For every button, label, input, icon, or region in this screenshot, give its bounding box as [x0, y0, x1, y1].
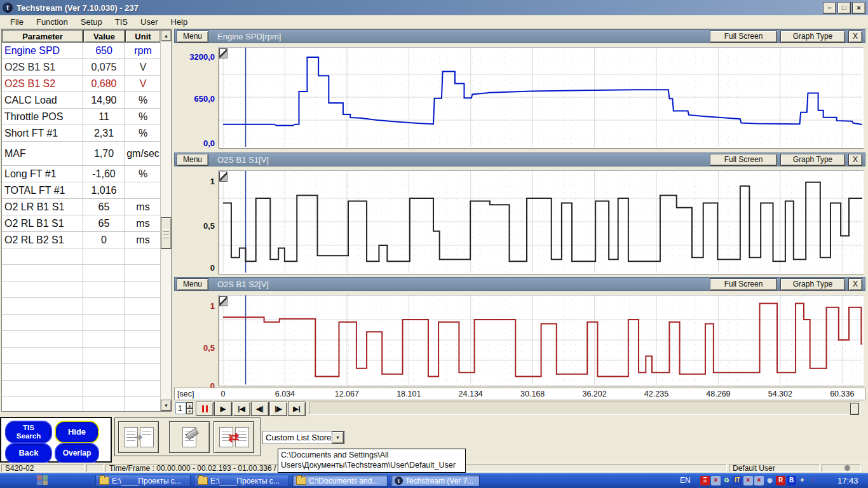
windows-logo-icon[interactable] [37, 475, 48, 485]
skip-end-button[interactable]: ▶| [288, 402, 306, 416]
param-unit-cell [125, 248, 161, 265]
table-row[interactable]: Throttle POS11% [2, 109, 161, 125]
record-list-swap-button[interactable]: ⇄ [214, 421, 254, 453]
param-name-cell: O2 RL B2 S1 [2, 232, 83, 248]
interval-spinner-value[interactable]: 1 [175, 402, 186, 414]
chart3-menu-button[interactable]: Menu [177, 278, 208, 290]
chart1-fullscreen-button[interactable]: Full Screen [710, 30, 777, 43]
chart3-fullscreen-button[interactable]: Full Screen [710, 278, 777, 290]
taskbar-button[interactable]: E:\____Проекты с... [194, 475, 289, 487]
back-button[interactable]: Back [5, 443, 52, 464]
pause-button[interactable] [196, 402, 214, 416]
tray-icon-it[interactable]: IT [733, 476, 742, 485]
param-name-cell: Long FT #1 [2, 166, 83, 182]
path-tooltip-line2: Users\Документы\Techstream\User\Default_… [281, 460, 463, 470]
tray-icon-volume[interactable]: ◉ [765, 476, 775, 485]
chart1-menu-button[interactable]: Menu [177, 30, 208, 43]
hide-button[interactable]: Hide [55, 421, 99, 444]
menu-setup[interactable]: Setup [74, 16, 109, 28]
time-tick-label: 54.302 [768, 390, 792, 398]
table-row[interactable]: O2S B1 S10,075V [2, 59, 161, 76]
chart1-graphtype-button[interactable]: Graph Type [780, 30, 845, 43]
chart3-close-button[interactable]: X [848, 278, 862, 290]
chart1-close-button[interactable]: X [848, 30, 862, 43]
spinner-up-icon[interactable]: ▲ [186, 402, 193, 409]
overlap-button[interactable]: Overlap [55, 443, 99, 464]
column-header-unit[interactable]: Unit [125, 30, 161, 43]
tray-icon-updown[interactable]: ↕ [808, 476, 818, 485]
chart2-plot-area[interactable] [219, 170, 864, 274]
table-scrollbar[interactable]: ▲ ▼ [160, 30, 171, 411]
param-value-cell [83, 331, 125, 348]
table-row[interactable]: O2 RL B2 S10ms [2, 232, 161, 248]
chart2-graphtype-button[interactable]: Graph Type [780, 154, 845, 166]
tray-icon-recycle[interactable]: ♻ [722, 476, 731, 485]
table-row[interactable]: Engine SPD650rpm [2, 43, 161, 59]
table-body: Engine SPD650rpmO2S B1 S10,075VO2S B1 S2… [2, 43, 161, 411]
taskbar-button[interactable]: E:\____Проекты с... [95, 475, 191, 487]
timeline-scrollbar[interactable] [309, 402, 860, 415]
skip-start-button[interactable]: |◀ [233, 402, 250, 416]
table-row[interactable]: Short FT #12,31% [2, 125, 161, 142]
tray-icon-net-error3[interactable]: × [754, 476, 764, 485]
tray-icon-mouse[interactable]: ✦ [797, 476, 807, 485]
table-row[interactable]: Long FT #1-1,60% [2, 166, 161, 182]
menu-file[interactable]: File [4, 16, 30, 28]
chart2-menu-button[interactable]: Menu [177, 154, 208, 166]
tray-icon-net-error1[interactable]: × [711, 476, 721, 485]
chart3-graphtype-button[interactable]: Graph Type [780, 278, 845, 290]
step-forward-button[interactable]: |▶ [269, 402, 287, 416]
table-row[interactable]: TOTAL FT #11,016 [2, 182, 161, 199]
tis-search-button[interactable]: TIS Search [5, 421, 52, 444]
chart2-fullscreen-button[interactable]: Full Screen [710, 154, 777, 166]
taskbar-button[interactable]: C:\Documents and... [292, 475, 388, 487]
chart2-cursor-handle-icon[interactable] [219, 172, 227, 182]
table-row[interactable]: O2S B1 S20,680V [2, 76, 161, 92]
nav-panel: TIS Search Hide Back Overlap [0, 417, 112, 463]
minimize-button[interactable]: – [823, 2, 836, 14]
spinner-down-icon[interactable]: ▼ [186, 409, 193, 415]
menu-function[interactable]: Function [30, 16, 74, 28]
scrollbar-thumb[interactable] [161, 217, 172, 249]
chart1-cursor-handle-icon[interactable] [219, 48, 227, 58]
custom-list-dropdown[interactable]: Custom List Store ▼ [262, 431, 345, 444]
status-spacer [86, 464, 104, 472]
column-header-parameter[interactable]: Parameter [2, 30, 83, 43]
tray-icon-net-error2[interactable]: × [743, 476, 753, 485]
record-list-erase-button[interactable] [169, 421, 210, 453]
param-unit-cell [125, 381, 161, 397]
scrollbar-down-icon[interactable]: ▼ [161, 400, 172, 411]
taskbar-button[interactable]: tTechstream (Ver 7... [391, 475, 480, 487]
chart2-close-button[interactable]: X [848, 154, 862, 166]
timeline-scrollbar-thumb[interactable] [850, 403, 859, 415]
param-name-cell: CALC Load [2, 92, 83, 109]
step-back-button[interactable]: ◀| [251, 402, 269, 416]
language-indicator[interactable]: EN [680, 476, 691, 485]
table-row[interactable]: O2 RL B1 S165ms [2, 215, 161, 232]
scrollbar-up-icon[interactable]: ▲ [161, 30, 172, 41]
menu-help[interactable]: Help [165, 16, 194, 28]
table-row[interactable]: CALC Load14,90% [2, 92, 161, 109]
chart3-cursor-handle-icon[interactable] [219, 296, 227, 306]
tray-icon-r[interactable]: R [776, 476, 785, 485]
tray-icon-e[interactable]: Ξ [700, 476, 710, 485]
play-button[interactable]: ▶ [214, 402, 232, 416]
time-tick-label: 30.168 [520, 390, 545, 398]
column-header-value[interactable]: Value [83, 30, 125, 43]
param-unit-cell [125, 298, 161, 315]
menu-user[interactable]: User [134, 16, 164, 28]
maximize-button[interactable]: □ [837, 2, 851, 14]
chart2-title: O2S B1 S1[V] [217, 155, 710, 165]
table-row[interactable]: MAF1,70gm/sec [2, 142, 161, 166]
table-row[interactable]: O2 LR B1 S165ms [2, 199, 161, 215]
menu-tis[interactable]: TIS [109, 16, 134, 28]
dropdown-arrow-icon[interactable]: ▼ [332, 431, 344, 444]
chart1-plot-area[interactable] [219, 47, 864, 149]
time-tick-label: 12.067 [335, 390, 359, 398]
record-list-transfer-button[interactable]: ➜ [118, 421, 159, 453]
chart3-plot-area[interactable] [219, 295, 864, 386]
tray-icon-bluetooth[interactable]: B [787, 476, 796, 485]
interval-spinner[interactable]: ▲ ▼ [186, 402, 193, 414]
close-button[interactable]: × [852, 2, 865, 14]
param-value-cell: 1,70 [83, 142, 125, 166]
